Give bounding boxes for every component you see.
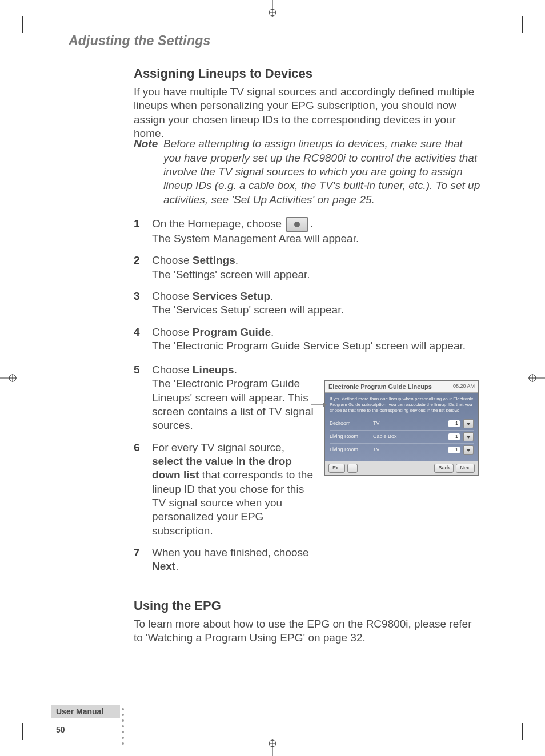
step-secondary: The System Management Area will appear.	[152, 232, 482, 246]
step-number: 3	[134, 289, 144, 317]
source-cell: TV	[373, 420, 445, 427]
step-text-tail: .	[270, 290, 273, 302]
footer-label: User Manual	[51, 705, 120, 718]
source-cell: TV	[373, 447, 445, 453]
step-number: 4	[134, 325, 144, 353]
step-3: 3 Choose Services Setup. The 'Services S…	[134, 289, 482, 317]
source-cell: Cable Box	[373, 433, 445, 440]
step-2: 2 Choose Settings. The 'Settings' screen…	[134, 254, 482, 282]
intro-paragraph: If you have multiple TV signal sources a…	[134, 85, 482, 140]
device-cell: Bedroom	[330, 420, 370, 427]
table-row: Bedroom TV 1	[330, 417, 474, 430]
crop-mark-left	[0, 369, 17, 387]
step-secondary: The 'Services Setup' screen will appear.	[152, 303, 482, 317]
step-text: Choose	[152, 364, 193, 376]
step-bold: Program Guide	[193, 326, 271, 338]
note-body: Before attempting to assign lineups to d…	[163, 137, 482, 207]
screenshot-time: 08:20 AM	[453, 383, 475, 390]
using-epg-body: To learn more about how to use the EPG o…	[134, 617, 482, 645]
step-number: 5	[134, 363, 144, 433]
svg-marker-17	[323, 403, 327, 407]
step-text-tail: .	[271, 326, 274, 338]
dropdown-icon[interactable]	[463, 419, 474, 428]
dropdown-icon[interactable]	[463, 432, 474, 441]
step-secondary: The 'Settings' screen will appear.	[152, 268, 482, 282]
step-6: 6 For every TV signal source, select the…	[134, 441, 314, 538]
step-text-tail: .	[235, 254, 238, 266]
dropdown-icon[interactable]	[463, 445, 474, 455]
note-block: Note Before attempting to assign lineups…	[134, 137, 482, 207]
step-bold: Next	[152, 560, 175, 572]
step-5: 5 Choose Lineups. The 'Electronic Progra…	[134, 363, 314, 433]
next-button[interactable]: Next	[456, 464, 475, 473]
vertical-rule	[121, 53, 121, 716]
step-number: 2	[134, 254, 144, 282]
step-text: Choose	[152, 254, 193, 266]
keyboard-icon[interactable]	[347, 464, 358, 473]
running-head: Adjusting the Settings	[69, 33, 499, 49]
step-bold: Lineups	[193, 364, 234, 376]
horizontal-rule	[0, 53, 545, 53]
step-7: 7 When you have finished, choose Next.	[134, 546, 314, 574]
step-text: Choose	[152, 326, 193, 338]
epg-lineups-screenshot: Electronic Program Guide Lineups 08:20 A…	[324, 380, 479, 476]
step-text: For every TV signal source,	[152, 441, 284, 453]
step-number: 7	[134, 546, 144, 574]
section-title-assigning: Assigning Lineups to Devices	[134, 66, 482, 82]
screenshot-helptext: If you defined more than one lineup when…	[330, 396, 474, 413]
table-row: Living Room TV 1	[330, 443, 474, 456]
step-secondary: The 'Electronic Program Guide Service Se…	[152, 339, 482, 353]
step-text: On the Homepage, choose	[152, 218, 284, 230]
screenshot-title: Electronic Program Guide Lineups	[328, 383, 432, 391]
step-bold: Services Setup	[193, 290, 270, 302]
arrow-icon	[311, 402, 327, 408]
step-text: When you have finished, choose	[152, 546, 309, 558]
step-text-tail: .	[175, 560, 178, 572]
step-1: 1 On the Homepage, choose . The System M…	[134, 217, 482, 246]
table-row: Living Room Cable Box 1	[330, 430, 474, 443]
device-cell: Living Room	[330, 433, 370, 440]
steps-list: 1 On the Homepage, choose . The System M…	[134, 217, 482, 353]
section-title-using-epg: Using the EPG	[134, 598, 482, 614]
step-number: 6	[134, 441, 144, 538]
step-secondary: The 'Electronic Program Guide Lineups' s…	[152, 377, 314, 432]
step-number: 1	[134, 217, 144, 246]
page-number: 50	[56, 725, 65, 734]
step-4: 4 Choose Program Guide. The 'Electronic …	[134, 325, 482, 353]
step-text-tail: .	[310, 218, 312, 230]
system-management-icon	[286, 217, 308, 232]
crop-mark-right	[528, 369, 545, 387]
crop-mark-bottom	[264, 739, 281, 756]
lineup-value[interactable]: 1	[448, 420, 460, 427]
lineup-value[interactable]: 1	[448, 433, 460, 440]
back-button[interactable]: Back	[434, 464, 454, 473]
step-text: Choose	[152, 290, 193, 302]
decorative-dots	[122, 708, 124, 745]
exit-button[interactable]: Exit	[328, 464, 345, 473]
step-bold: Settings	[193, 254, 235, 266]
step-text-tail: .	[234, 364, 237, 376]
lineup-value[interactable]: 1	[448, 447, 460, 453]
device-cell: Living Room	[330, 447, 370, 453]
crop-mark-top	[264, 0, 281, 17]
